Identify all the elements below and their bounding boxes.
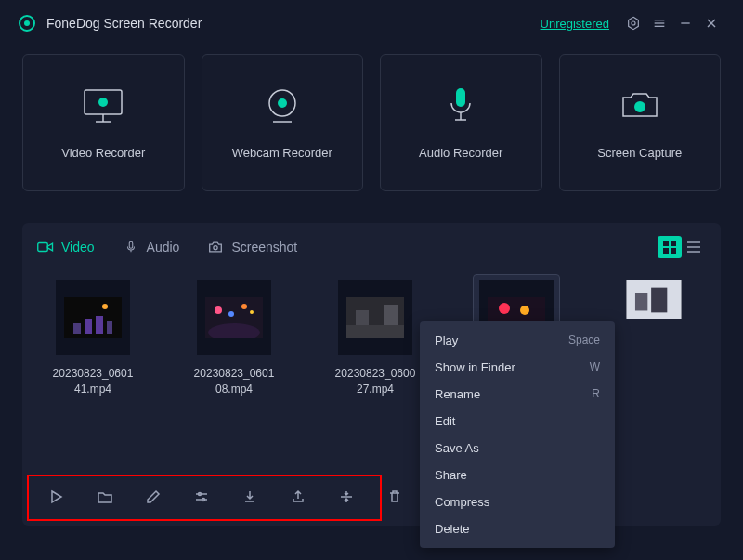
monitor-icon [77,86,129,125]
svg-point-40 [228,311,234,317]
svg-rect-24 [671,241,676,246]
card-label: Video Recorder [61,146,145,160]
context-menu: PlaySpace Show in FinderW RenameR Edit S… [420,321,615,548]
audio-recorder-card[interactable]: Audio Recorder [380,54,542,191]
sliders-icon[interactable] [191,487,212,507]
menu-compress[interactable]: Compress [420,488,615,515]
webcam-recorder-card[interactable]: Webcam Recorder [202,54,364,191]
svg-point-39 [241,304,247,309]
file-name: 20230823_060108.mp4 [178,366,290,397]
svg-rect-44 [384,305,398,325]
svg-point-18 [634,101,645,112]
camera-icon [614,86,666,125]
tab-video[interactable]: Video [37,240,95,254]
card-label: Screen Capture [597,146,682,160]
webcam-icon [256,86,308,125]
download-icon[interactable] [240,487,260,507]
svg-point-38 [215,306,222,314]
tab-screenshot[interactable]: Screenshot [207,240,297,254]
svg-rect-33 [96,316,103,334]
svg-point-22 [214,246,217,250]
screen-capture-card[interactable]: Screen Capture [559,54,722,191]
card-label: Audio Recorder [419,146,502,160]
svg-rect-23 [663,241,669,246]
svg-rect-45 [356,310,369,325]
list-view-icon[interactable] [682,236,706,258]
thumbnail [56,280,130,355]
recordings-panel: Video Audio Screenshot 20230823_060141.m… [22,223,721,526]
menu-play[interactable]: PlaySpace [420,327,615,354]
compress-icon[interactable] [336,487,357,507]
svg-rect-20 [129,241,133,248]
recording-item[interactable] [606,280,702,397]
tab-label: Video [61,240,95,254]
svg-rect-34 [107,321,112,334]
svg-point-35 [102,304,108,309]
svg-point-41 [250,310,254,314]
svg-rect-52 [635,293,647,310]
trash-icon[interactable] [385,487,405,507]
app-title: FoneDog Screen Recorder [46,16,541,31]
svg-rect-43 [346,325,404,338]
app-logo [19,15,35,32]
minimize-icon[interactable] [672,10,698,36]
svg-rect-30 [64,297,122,338]
tab-audio[interactable]: Audio [123,240,180,254]
svg-marker-0 [629,17,639,29]
file-name: 20230823_060141.mp4 [37,366,149,397]
tab-label: Audio [147,240,180,254]
close-icon[interactable] [698,10,724,36]
card-label: Webcam Recorder [232,146,332,160]
folder-icon[interactable] [95,487,115,507]
svg-rect-25 [663,248,669,254]
thumbnail [338,280,412,355]
svg-rect-26 [671,248,676,254]
tab-label: Screenshot [231,240,297,254]
thumbnail [626,280,682,319]
svg-point-1 [632,21,635,25]
recording-item[interactable]: 20230823_060027.mp4 [323,280,427,397]
svg-rect-15 [456,88,465,107]
menu-edit[interactable]: Edit [420,408,615,435]
menu-save-as[interactable]: Save As [420,435,615,462]
svg-point-11 [98,98,108,107]
hamburger-menu-icon[interactable] [646,10,672,36]
svg-point-48 [520,306,529,315]
file-name: 20230823_060027.mp4 [319,366,431,397]
video-recorder-card[interactable]: Video Recorder [22,54,185,191]
thumbnail [197,280,271,355]
menu-delete[interactable]: Delete [420,515,615,542]
microphone-icon [435,86,487,125]
svg-point-13 [278,98,287,108]
menu-share[interactable]: Share [420,462,615,488]
svg-point-47 [499,303,510,314]
menu-show-in-finder[interactable]: Show in FinderW [420,354,615,381]
edit-pencil-icon[interactable] [143,487,163,507]
share-icon[interactable] [288,487,308,507]
svg-rect-19 [38,243,48,252]
settings-gear-icon[interactable] [620,10,646,36]
grid-view-icon[interactable] [658,236,682,258]
recording-item[interactable]: 20230823_060141.mp4 [41,280,145,397]
menu-rename[interactable]: RenameR [420,381,615,408]
unregistered-link[interactable]: Unregistered [541,17,609,31]
svg-marker-53 [52,491,61,502]
recording-item[interactable]: 20230823_060108.mp4 [182,280,286,397]
svg-rect-32 [85,319,92,334]
svg-rect-31 [73,323,81,334]
svg-rect-51 [651,288,667,313]
play-icon[interactable] [46,487,67,507]
